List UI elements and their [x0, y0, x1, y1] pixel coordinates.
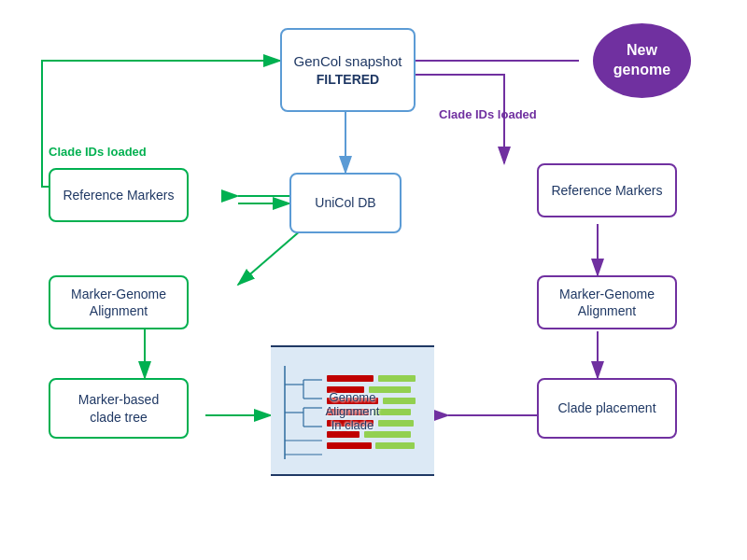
gencol-label-line2: FILTERED — [294, 71, 402, 88]
svg-rect-32 — [327, 431, 359, 438]
svg-rect-35 — [369, 386, 411, 393]
clade-placement-label: Clade placement — [557, 399, 655, 416]
marker-genome-left-box: Marker-Genome Alignment — [49, 275, 189, 329]
workflow-diagram: GenCol snapshot FILTERED New genome Clad… — [0, 0, 747, 560]
new-genome-label: New genome — [613, 41, 670, 80]
clade-placement-box: Clade placement — [537, 378, 677, 439]
ref-markers-left-label: Reference Markers — [63, 187, 174, 203]
svg-rect-33 — [327, 442, 372, 449]
svg-rect-38 — [378, 420, 414, 427]
svg-rect-31 — [327, 420, 374, 427]
marker-genome-right-box: Marker-Genome Alignment — [537, 275, 677, 329]
svg-rect-40 — [375, 442, 415, 449]
gencol-box: GenCol snapshot FILTERED — [280, 28, 416, 112]
genome-alignment-box: Genome Alignment In clade — [271, 345, 434, 476]
svg-rect-29 — [327, 398, 378, 404]
unicol-box: UniCol DB — [289, 173, 402, 233]
unicol-label: UniCol DB — [315, 194, 375, 211]
clade-ids-right-label: Clade IDs loaded — [439, 107, 537, 121]
gencol-label-line1: GenCol snapshot — [294, 52, 402, 71]
svg-rect-30 — [327, 409, 369, 415]
marker-clade-tree-box: Marker-based clade tree — [49, 378, 189, 439]
clade-ids-left-label: Clade IDs loaded — [49, 145, 147, 159]
ref-markers-right-box: Reference Markers — [537, 163, 677, 217]
svg-rect-36 — [383, 398, 416, 404]
ref-markers-right-label: Reference Markers — [551, 182, 662, 199]
svg-rect-28 — [327, 386, 364, 393]
svg-rect-34 — [378, 375, 416, 382]
svg-rect-39 — [364, 431, 411, 438]
marker-clade-tree-label: Marker-based clade tree — [78, 391, 159, 425]
marker-genome-right-label: Marker-Genome Alignment — [559, 286, 655, 319]
svg-rect-37 — [374, 409, 411, 415]
marker-genome-left-label: Marker-Genome Alignment — [71, 286, 166, 319]
svg-rect-27 — [327, 375, 374, 382]
ref-markers-left-box: Reference Markers — [49, 168, 189, 222]
new-genome-box: New genome — [593, 23, 691, 98]
